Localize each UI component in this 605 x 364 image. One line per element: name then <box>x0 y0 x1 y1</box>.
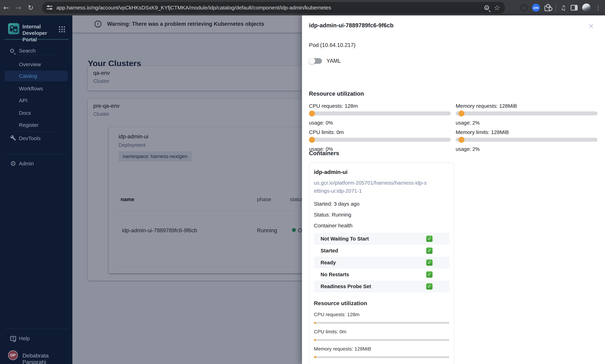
sidebar-item-register[interactable]: Register <box>0 120 72 130</box>
health-check-row: Readiness Probe Set <box>314 280 449 292</box>
sidebar: Internal Developer Portal Search Overvie… <box>0 15 72 364</box>
back-icon[interactable]: ← <box>0 4 12 12</box>
media-playlist-icon[interactable]: ♫ <box>561 4 566 11</box>
wrench-icon <box>10 135 16 142</box>
usage-bar-thin <box>314 356 449 358</box>
search-icon <box>10 49 14 53</box>
check-passed-icon <box>426 236 433 242</box>
bookmark-star-icon[interactable]: ☆ <box>494 4 500 11</box>
health-check-row: Started <box>314 245 449 257</box>
sidebar-item-api[interactable]: API <box>0 96 72 105</box>
extensions-puzzle-icon[interactable] <box>545 6 551 11</box>
app-root: ← → ↻ app.harness.io/ng/account/vpCkHKsD… <box>0 0 605 364</box>
pod-title: idp-admin-ui-7889789fc6-9f6cb <box>309 22 394 29</box>
browser-actions: zm ♫ ⋮ <box>520 0 605 15</box>
sidebar-divider <box>5 154 69 154</box>
container-health-heading: Container health <box>314 223 449 229</box>
side-panel-icon[interactable] <box>571 5 578 11</box>
toolbar-divider <box>555 4 556 11</box>
user-name: Debabrata Panigrahi <box>22 352 72 364</box>
drawer-backdrop[interactable] <box>72 15 302 364</box>
zoom-extension-icon[interactable]: zm <box>532 4 540 12</box>
containers-heading: Containers <box>309 150 339 156</box>
apps-grid-icon[interactable] <box>59 26 65 33</box>
check-passed-icon <box>426 260 433 266</box>
health-check-row: Not Waiting To Start <box>314 233 449 245</box>
container-image: us.gcr.io/platform-205701/harness/harnes… <box>314 179 430 195</box>
toggle-track[interactable] <box>309 58 322 64</box>
usage-bar-knob <box>309 137 315 143</box>
yaml-toggle[interactable]: YAML <box>309 58 341 64</box>
user-avatar[interactable]: DP <box>8 350 18 360</box>
resource-item-memory-limits: Memory limits: 128MiB usage: 2% <box>456 129 597 152</box>
sidebar-item-workflows[interactable]: Workflows <box>0 84 72 93</box>
usage-bar <box>309 111 451 116</box>
sidebar-divider <box>14 55 56 55</box>
help-chat-icon: ? <box>10 336 16 341</box>
check-passed-icon <box>426 283 433 289</box>
check-passed-icon <box>426 271 433 278</box>
usage-bar-fill <box>314 356 316 358</box>
container-started: Started: 3 days ago <box>314 201 449 207</box>
sidebar-item-devtools[interactable]: DevTools <box>0 133 72 143</box>
resource-utilization-grid: CPU requests: 128m usage: 0% Memory requ… <box>309 103 597 152</box>
sidebar-accent-divider <box>5 39 69 39</box>
resource-item-cpu-requests: CPU requests: 128m usage: 0% <box>309 103 451 126</box>
refresh-icon[interactable]: ↻ <box>25 4 37 12</box>
url-bar[interactable]: app.harness.io/ng/account/vpCkHKsDSxK9_K… <box>42 2 505 13</box>
usage-bar <box>456 111 597 116</box>
idp-logo-icon <box>8 23 19 34</box>
usage-bar-knob <box>459 111 464 117</box>
pod-details-drawer: idp-admin-ui-7889789fc6-9f6cb ✕ Pod (10.… <box>302 15 605 364</box>
usage-bar-knob <box>459 137 464 143</box>
search-in-page-icon[interactable] <box>485 5 489 10</box>
sidebar-item-catalog[interactable]: Catalog <box>5 71 68 81</box>
container-name: idp-admin-ui <box>314 169 449 175</box>
spinner-extension-icon[interactable] <box>520 4 527 11</box>
container-card: idp-admin-ui us.gcr.io/platform-205701/h… <box>309 163 454 364</box>
resource-item-cpu-limits: CPU limits: 0m usage: 0% <box>309 129 451 152</box>
usage-bar-thin <box>314 339 449 341</box>
resource-item-memory-requests: Memory requests: 128MiB usage: 2% <box>456 103 597 126</box>
browser-profile-avatar[interactable] <box>582 3 591 12</box>
check-passed-icon <box>426 247 433 254</box>
container-resource-heading: Resource utilization <box>314 300 449 307</box>
usage-bar-fill <box>314 322 316 324</box>
sidebar-item-docs[interactable]: Docs <box>0 108 72 118</box>
container-resource-cpu-requests: CPU requests: 128m <box>314 312 449 324</box>
resource-utilization-heading: Resource utilization <box>309 91 364 97</box>
usage-bar-knob <box>309 111 315 117</box>
usage-bar-fill <box>314 339 316 341</box>
sidebar-item-admin[interactable]: ⚙ Admin <box>0 159 72 169</box>
container-resource-memory-limits: Memory limits: 128MiB <box>314 363 449 364</box>
container-resource-cpu-limits: CPU limits: 0m <box>314 329 449 341</box>
yaml-toggle-label: YAML <box>327 58 341 64</box>
toggle-knob <box>309 58 315 64</box>
close-icon[interactable]: ✕ <box>589 23 594 29</box>
container-resource-memory-requests: Memory requests: 128MiB <box>314 346 449 358</box>
usage-bar <box>309 138 451 142</box>
forward-icon[interactable]: → <box>12 4 25 12</box>
gear-icon: ⚙ <box>10 160 16 167</box>
menu-kebab-icon[interactable]: ⋮ <box>595 4 601 11</box>
usage-bar <box>456 138 597 142</box>
health-check-row: No Restarts <box>314 269 449 280</box>
container-health-checks: Not Waiting To Start Started Ready No Re… <box>314 233 449 292</box>
pod-subtitle: Pod (10.64.10.217) <box>309 42 355 48</box>
url-text[interactable]: app.harness.io/ng/account/vpCkHKsDSxK9_K… <box>56 5 485 11</box>
site-settings-icon[interactable] <box>47 5 53 11</box>
sidebar-logo-title: Internal Developer Portal <box>22 24 59 43</box>
sidebar-item-help[interactable]: ? Help <box>0 334 72 343</box>
usage-bar-thin <box>314 322 449 324</box>
browser-toolbar: ← → ↻ app.harness.io/ng/account/vpCkHKsD… <box>0 0 605 15</box>
sidebar-item-overview[interactable]: Overview <box>0 60 72 69</box>
sidebar-item-search[interactable]: Search <box>0 46 72 56</box>
health-check-row: Ready <box>314 257 449 269</box>
container-status: Status: Running <box>314 212 449 218</box>
